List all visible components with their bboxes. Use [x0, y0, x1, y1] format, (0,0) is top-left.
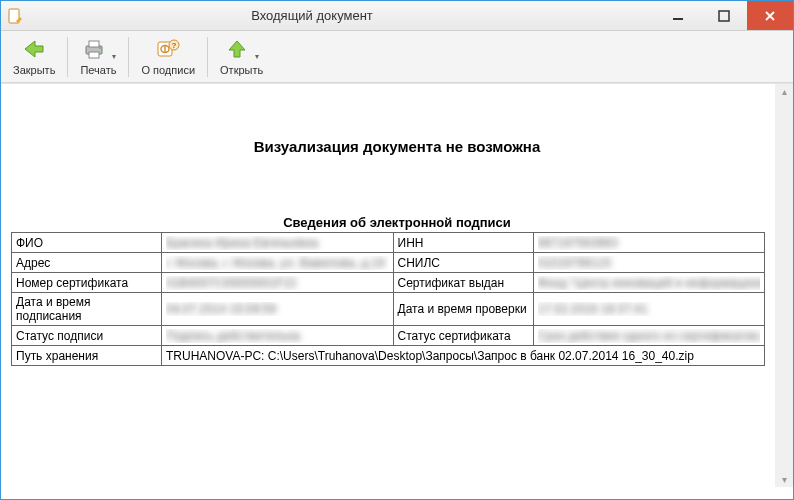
titlebar: Входящий документ — [1, 1, 793, 31]
signature-info-icon: ? — [155, 38, 181, 63]
print-label: Печать — [80, 64, 116, 76]
toolbar-separator — [128, 37, 129, 77]
toolbar-separator — [207, 37, 208, 77]
open-button[interactable]: ▾ Открыть — [214, 33, 269, 81]
maximize-button[interactable] — [701, 1, 747, 30]
snils-value: 01016798115 — [538, 256, 761, 270]
inn-label: ИНН — [393, 233, 533, 253]
open-label: Открыть — [220, 64, 263, 76]
chevron-down-icon: ▾ — [255, 52, 259, 61]
table-row: Дата и время подписания 04.07.2014 15:09… — [12, 293, 765, 326]
table-row: Путь хранения TRUHANOVA-PC: C:\Users\Tru… — [12, 346, 765, 366]
signature-info-table: ФИО Брагина Ирина Евгеньевна ИНН 9871875… — [11, 232, 765, 366]
snils-label: СНИЛС — [393, 253, 533, 273]
sign-status-label: Статус подписи — [12, 326, 162, 346]
sign-status-value: Подпись действительна — [166, 329, 389, 343]
table-row: ФИО Брагина Ирина Евгеньевна ИНН 9871875… — [12, 233, 765, 253]
storage-path-value: TRUHANOVA-PC: C:\Users\Truhanova\Desktop… — [162, 346, 765, 366]
toolbar: Закрыть ▾ Печать ? О подписи — [1, 31, 793, 83]
inn-value: 987187563983 — [538, 236, 761, 250]
cert-no-value: 01B4007C00000001F22 — [166, 276, 389, 290]
scroll-up-icon: ▴ — [782, 86, 787, 97]
check-datetime-label: Дата и время проверки — [393, 293, 533, 326]
check-datetime-value: 17.02.2016 18:37:41 — [538, 302, 761, 316]
chevron-down-icon: ▾ — [112, 52, 116, 61]
close-button[interactable]: Закрыть — [7, 33, 61, 81]
address-value: г. Москва, г. Москва, ул. Вавилова, д.19 — [166, 256, 389, 270]
cert-status-label: Статус сертификата — [393, 326, 533, 346]
print-button[interactable]: ▾ Печать — [74, 33, 122, 81]
svg-rect-5 — [89, 52, 99, 58]
fio-value: Брагина Ирина Евгеньевна — [166, 236, 389, 250]
content-area: Визуализация документа не возможна Сведе… — [1, 83, 793, 499]
section-heading: Сведения об электронной подписи — [11, 215, 783, 230]
cert-issued-value: Фонд "Центр инноваций и информационных т… — [538, 276, 761, 290]
main-heading: Визуализация документа не возможна — [11, 138, 783, 155]
table-row: Адрес г. Москва, г. Москва, ул. Вавилова… — [12, 253, 765, 273]
close-label: Закрыть — [13, 64, 55, 76]
svg-rect-4 — [89, 41, 99, 47]
svg-text:?: ? — [172, 41, 177, 50]
sign-datetime-label: Дата и время подписания — [12, 293, 162, 326]
document-viewer: Визуализация документа не возможна Сведе… — [1, 84, 793, 499]
scroll-down-icon: ▾ — [782, 474, 787, 485]
window-controls — [655, 1, 793, 30]
address-label: Адрес — [12, 253, 162, 273]
cert-status-value: Срок действия одного из сертификатов цеп… — [538, 329, 761, 343]
svg-rect-2 — [719, 11, 729, 21]
toolbar-separator — [67, 37, 68, 77]
cert-issued-label: Сертификат выдан — [393, 273, 533, 293]
close-window-button[interactable] — [747, 1, 793, 30]
minimize-button[interactable] — [655, 1, 701, 30]
svg-rect-1 — [673, 18, 683, 20]
sign-datetime-value: 04.07.2014 15:09:59 — [166, 302, 389, 316]
arrow-left-icon — [21, 38, 47, 63]
vertical-scrollbar[interactable]: ▴ ▾ — [775, 84, 793, 487]
arrow-up-icon: ▾ — [224, 38, 259, 63]
table-row: Номер сертификата 01B4007C00000001F22 Се… — [12, 273, 765, 293]
storage-path-label: Путь хранения — [12, 346, 162, 366]
cert-no-label: Номер сертификата — [12, 273, 162, 293]
svg-point-6 — [99, 47, 101, 49]
table-row: Статус подписи Подпись действительна Ста… — [12, 326, 765, 346]
about-signature-label: О подписи — [141, 64, 195, 76]
fio-label: ФИО — [12, 233, 162, 253]
printer-icon: ▾ — [81, 38, 116, 63]
about-signature-button[interactable]: ? О подписи — [135, 33, 201, 81]
window-title: Входящий документ — [0, 8, 655, 23]
